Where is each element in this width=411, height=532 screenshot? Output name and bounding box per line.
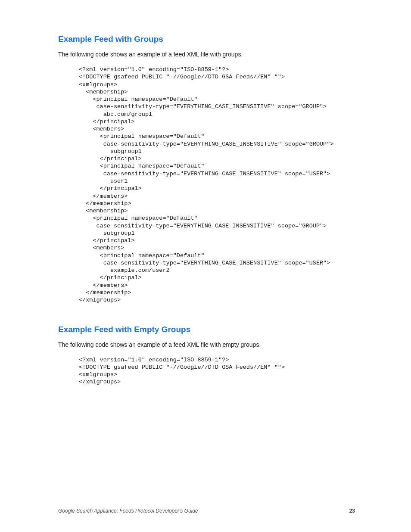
page-footer: Google Search Appliance: Feeds Protocol …: [58, 508, 355, 514]
footer-title: Google Search Appliance: Feeds Protocol …: [58, 508, 198, 514]
section-example-feed-with-groups: Example Feed with Groups The following c…: [58, 34, 355, 304]
code-block-2: <?xml version="1.0" encoding="ISO-8859-1…: [58, 356, 355, 386]
intro-text-2: The following code shows an example of a…: [58, 340, 355, 349]
section-example-feed-with-empty-groups: Example Feed with Empty Groups The follo…: [58, 325, 355, 386]
page-content: Example Feed with Groups The following c…: [0, 0, 411, 386]
heading-example-feed-with-empty-groups: Example Feed with Empty Groups: [58, 325, 355, 334]
page-number: 23: [349, 508, 355, 514]
intro-text-1: The following code shows an example of a…: [58, 50, 355, 59]
heading-example-feed-with-groups: Example Feed with Groups: [58, 34, 355, 44]
code-block-1: <?xml version="1.0" encoding="ISO-8859-1…: [58, 66, 355, 304]
